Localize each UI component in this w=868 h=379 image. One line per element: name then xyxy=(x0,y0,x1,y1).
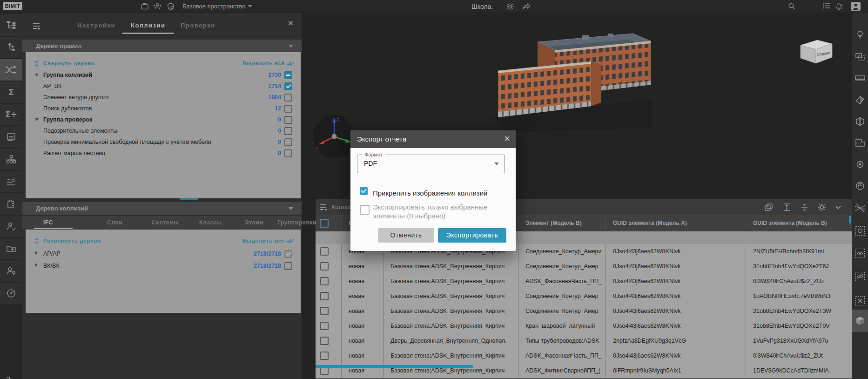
table-row[interactable]: новая Базовая стена:ADSK_Внутренняя_Кирп… xyxy=(316,348,852,364)
panel-resize-handle[interactable] xyxy=(180,198,198,200)
select-all-check-icon[interactable] xyxy=(286,61,294,66)
column-header-element-b[interactable]: Элемент (Модель B) xyxy=(518,215,606,231)
sidebar-plugins-puzzle-icon[interactable] xyxy=(0,193,22,215)
collision-tree-collapse-chevron-icon[interactable] xyxy=(289,207,293,210)
row-checkbox[interactable] xyxy=(320,277,329,285)
select-all-check-icon[interactable] xyxy=(286,238,294,244)
environment-tree-icon[interactable] xyxy=(855,30,865,40)
table-row[interactable]: новая Базовая стена:ADSK_Внутренняя_Кирп… xyxy=(316,259,852,274)
app-logo[interactable]: BiMiT xyxy=(3,2,22,10)
table-vertical-scrollbar[interactable] xyxy=(849,216,851,223)
flag-marker-icon[interactable] xyxy=(855,181,865,190)
view-cube[interactable]: Справа xyxy=(796,36,836,66)
tab-classes[interactable]: Классы xyxy=(199,219,222,226)
sidebar-org-structure-icon[interactable] xyxy=(0,149,22,170)
tab-floors[interactable]: Этажи xyxy=(245,219,263,226)
collapse-rows-icon[interactable] xyxy=(801,203,808,211)
table-row[interactable]: новая Базовая стена:ADSK_Внутренняя_Кирп… xyxy=(316,304,852,319)
box-section-icon[interactable] xyxy=(855,117,865,126)
workspace-selector[interactable]: Базовое пространство xyxy=(182,3,246,10)
modal-close-icon[interactable]: × xyxy=(504,134,510,144)
chevron-down-icon[interactable] xyxy=(35,118,39,121)
chevron-right-icon[interactable] xyxy=(35,251,38,255)
project-settings-gear-icon[interactable] xyxy=(506,2,514,11)
row-checkbox[interactable] xyxy=(320,292,329,300)
isolate-elements-icon[interactable] xyxy=(855,226,865,236)
tree-row[interactable]: АР/АР 2718/2718 xyxy=(26,248,301,259)
sidebar-charts-icon[interactable] xyxy=(0,171,22,192)
row-checkbox[interactable] xyxy=(320,247,329,256)
tree-checkbox[interactable] xyxy=(284,127,292,135)
collapse-tree-icon[interactable] xyxy=(34,61,39,67)
select-all-link[interactable]: Выделить всё xyxy=(242,238,285,244)
hide-elements-eye-slash-icon[interactable] xyxy=(855,271,865,282)
chevron-down-icon[interactable] xyxy=(35,74,39,76)
only-selected-checkbox[interactable] xyxy=(360,205,370,215)
tree-row[interactable]: Группа коллизий 2730 xyxy=(26,69,301,81)
tree-checkbox[interactable] xyxy=(284,138,292,146)
tree-row[interactable]: Проверка минимальной свободной площади с… xyxy=(26,136,301,148)
row-checkbox[interactable] xyxy=(320,322,329,330)
export-button[interactable]: Экспортировать xyxy=(438,228,506,243)
building-model[interactable] xyxy=(493,28,652,133)
tab-ifc[interactable]: IFC xyxy=(43,219,53,226)
table-menu-icon[interactable] xyxy=(319,204,328,211)
clear-selection-icon[interactable] xyxy=(855,296,865,306)
tab-groupings[interactable]: Группировки xyxy=(277,219,316,226)
sidebar-collisions-icon[interactable] xyxy=(0,59,22,81)
tree-row[interactable]: Подозрительные элементы 0 xyxy=(26,125,301,136)
panel-menu-icon[interactable] xyxy=(33,23,41,30)
sidebar-user-check-icon[interactable] xyxy=(0,216,22,237)
table-row[interactable]: новая Базовая стена:ADSK_Внутренняя_Кирп… xyxy=(316,318,852,334)
format-chevron-down-icon[interactable] xyxy=(494,162,499,165)
row-checkbox[interactable] xyxy=(320,337,329,345)
search-icon[interactable] xyxy=(788,2,796,10)
collision-tree-header[interactable]: Дерево коллизий xyxy=(22,202,302,215)
row-checkbox[interactable] xyxy=(320,352,329,360)
table-row[interactable]: новая Базовая стена:ADSK_Внутренняя_Кирп… xyxy=(316,274,852,289)
axes-gizmo[interactable]: z x xyxy=(312,114,357,159)
sidebar-structure-tree-icon[interactable] xyxy=(0,14,22,36)
sidebar-user-location-icon[interactable] xyxy=(0,260,22,282)
select-all-link[interactable]: Выделить всё xyxy=(242,61,285,66)
rules-tree-header[interactable]: Дерево правил xyxy=(22,40,302,52)
tab-checks[interactable]: Проверки xyxy=(181,22,215,29)
workspace-chevron-down-icon[interactable] xyxy=(248,5,252,7)
projects-briefcase-icon[interactable] xyxy=(141,2,149,10)
table-row[interactable]: новая Дверь_Деревянная_Внутренняя_Однопо… xyxy=(316,333,852,349)
collapse-tree-link[interactable]: Свернуть дерево xyxy=(43,61,95,66)
admin-shield-icon[interactable] xyxy=(167,2,175,11)
notifications-bell-icon[interactable] xyxy=(834,2,843,11)
sidebar-gauge-icon[interactable] xyxy=(0,283,22,304)
tree-checkbox[interactable] xyxy=(284,71,292,79)
attach-images-checkbox[interactable] xyxy=(360,187,368,195)
format-select[interactable]: Формат PDF xyxy=(357,155,505,173)
table-row[interactable]: новая Базовая стена:ADSK_Внутренняя_Кирп… xyxy=(316,289,852,304)
tab-systems[interactable]: Системы xyxy=(152,219,179,226)
floor-plan-icon[interactable] xyxy=(855,138,865,148)
tab-settings[interactable]: Настройки xyxy=(77,22,115,29)
sidebar-summary-icon[interactable]: Σ xyxy=(0,81,22,103)
expand-tree-link[interactable]: Развернуть дерево xyxy=(43,238,101,244)
column-header-guid-a[interactable]: GUID элемента (Модель A) xyxy=(606,215,746,231)
table-settings-gear-icon[interactable] xyxy=(817,203,827,212)
row-height-icon[interactable] xyxy=(783,203,791,211)
sidebar-folder-share-icon[interactable] xyxy=(0,238,22,259)
tree-checkbox[interactable] xyxy=(284,149,292,157)
copy-icon[interactable] xyxy=(764,203,773,211)
expand-tree-icon[interactable] xyxy=(34,238,39,244)
sidebar-2d-docs-icon[interactable]: 2D xyxy=(0,126,22,148)
tree-checkbox[interactable] xyxy=(284,262,292,270)
sidebar-relations-icon[interactable] xyxy=(0,37,22,58)
sidebar-summary-add-icon[interactable]: Σ+ xyxy=(0,104,22,125)
focus-target-icon[interactable] xyxy=(855,160,865,169)
rules-tree-collapse-chevron-icon[interactable] xyxy=(289,45,293,47)
tree-checkbox[interactable] xyxy=(284,116,292,124)
tree-row[interactable]: Группа проверок 0 xyxy=(26,114,301,125)
panel-close-icon[interactable]: × xyxy=(288,18,294,28)
tree-row[interactable]: Расчет марша лестниц 0 xyxy=(26,148,301,159)
tree-row[interactable]: Поиск дубликатов 12 xyxy=(26,103,301,114)
tree-checkbox[interactable] xyxy=(284,94,292,102)
help-button[interactable]: ? xyxy=(7,375,11,379)
tree-row[interactable]: АР_ВК 1714 xyxy=(26,81,301,92)
